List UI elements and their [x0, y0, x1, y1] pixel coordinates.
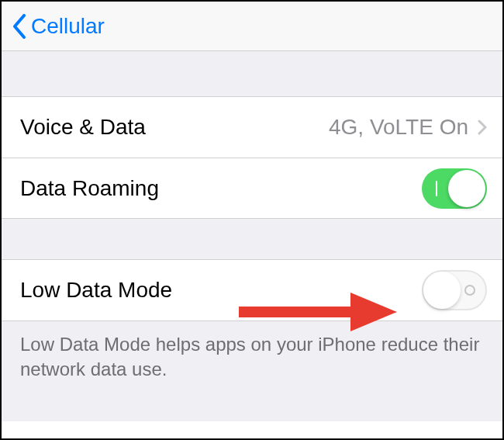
row-label: Low Data Mode	[20, 277, 172, 303]
toggle-knob	[448, 170, 485, 207]
row-voice-and-data[interactable]: Voice & Data 4G, VoLTE On	[2, 97, 502, 158]
section-gap	[2, 51, 502, 97]
toggle-low-data-mode[interactable]	[422, 270, 487, 310]
toggle-data-roaming[interactable]	[422, 168, 487, 209]
row-value: 4G, VoLTE On	[329, 114, 468, 140]
chevron-left-icon	[12, 14, 26, 39]
section-gap	[2, 218, 502, 260]
toggle-on-indicator-icon	[436, 181, 437, 196]
toggle-knob	[423, 272, 461, 309]
row-low-data-mode: Low Data Mode	[2, 260, 502, 320]
row-label: Voice & Data	[20, 114, 146, 140]
navbar: Cellular	[2, 2, 502, 51]
section-footer-text: Low Data Mode helps apps on your iPhone …	[20, 334, 479, 379]
section-footer: Low Data Mode helps apps on your iPhone …	[2, 320, 502, 421]
row-label: Data Roaming	[20, 175, 159, 202]
back-button[interactable]: Cellular	[12, 14, 105, 39]
back-button-label: Cellular	[31, 14, 105, 39]
toggle-off-indicator-icon	[464, 285, 475, 296]
row-data-roaming: Data Roaming	[2, 158, 502, 218]
chevron-right-icon	[478, 120, 487, 135]
